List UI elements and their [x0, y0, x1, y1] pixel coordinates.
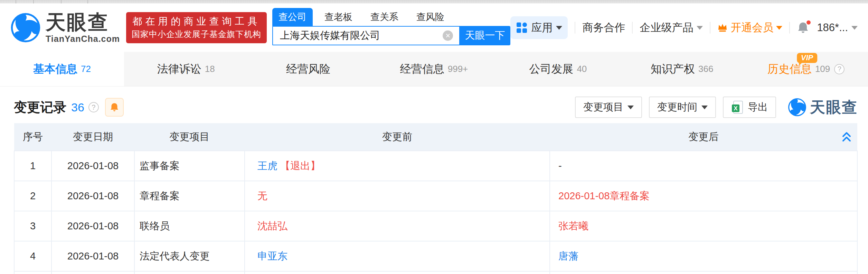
table-row: 42026-01-08法定代表人变更申亚东唐藩: [14, 241, 857, 271]
apps-menu-button[interactable]: 应用: [510, 16, 568, 39]
filter-change-item-button[interactable]: 变更项目: [575, 97, 642, 118]
notification-bell-button[interactable]: [797, 21, 809, 34]
cell-empty: [51, 271, 134, 274]
open-vip-label: 开通会员: [730, 20, 773, 35]
chevron-down-icon: [701, 106, 708, 109]
tianyancha-swirl-icon: [10, 12, 41, 43]
search-block: 查公司 查老板 查关系 查风险 天眼一下: [272, 10, 510, 45]
chevron-down-icon: [556, 26, 562, 30]
tab-history-info[interactable]: VIP 历史信息 109: [744, 52, 868, 86]
chevron-down-icon: [776, 26, 782, 30]
search-tab-risk[interactable]: 查风险: [410, 8, 451, 26]
header-no: 序号: [14, 123, 51, 151]
change-text: 【退出】: [280, 160, 320, 171]
entity-link[interactable]: 王虎: [257, 160, 280, 171]
enterprise-products-link[interactable]: 企业级产品: [640, 20, 703, 35]
cell-no: 4: [14, 241, 51, 271]
promo-banner: 都在用的商业查询工具 国家中小企业发展子基金旗下机构: [126, 12, 267, 43]
search-tab-boss[interactable]: 查老板: [318, 8, 359, 26]
search-tab-relation[interactable]: 查关系: [364, 8, 405, 26]
user-account-menu[interactable]: 186*...: [817, 21, 858, 34]
tianyancha-watermark: 天眼查: [788, 97, 858, 118]
tab-basic-info[interactable]: 基本信息 72: [0, 52, 124, 86]
header-change-item: 变更项目: [134, 123, 245, 151]
filter-change-time-button[interactable]: 变更时间: [649, 97, 716, 118]
search-tabs: 查公司 查老板 查关系 查风险: [272, 10, 510, 26]
crown-icon: [717, 23, 728, 32]
open-vip-link[interactable]: 开通会员: [717, 20, 782, 35]
cell-empty: [134, 271, 245, 274]
help-icon[interactable]: [88, 102, 99, 112]
cell-change-item: 联络员: [134, 211, 245, 241]
tab-intellectual-property[interactable]: 知识产权 366: [620, 52, 744, 86]
table-row: 32026-01-08联络员沈喆弘张若曦: [14, 211, 857, 241]
cell-empty: [550, 271, 857, 274]
cell-empty: [14, 271, 51, 274]
search-tab-company[interactable]: 查公司: [272, 8, 313, 26]
change-text: 张若曦: [558, 220, 588, 231]
subscribe-bell-button[interactable]: [105, 98, 124, 117]
user-phone-label: 186*...: [817, 21, 848, 34]
divider: [575, 22, 575, 34]
tab-legal-litigation[interactable]: 法律诉讼 18: [124, 52, 248, 86]
table-row-partial: [14, 271, 857, 274]
enterprise-products-label: 企业级产品: [640, 20, 693, 35]
entity-link[interactable]: 申亚东: [257, 250, 287, 262]
cell-before-change: 申亚东: [245, 241, 550, 271]
business-cooperation-link[interactable]: 商务合作: [582, 20, 625, 35]
section-actions: 变更项目 变更时间 X 导出 天眼查: [568, 97, 858, 118]
search-submit-button[interactable]: 天眼一下: [459, 26, 510, 45]
browser-chrome-strip: [0, 0, 868, 3]
notification-dot: [806, 20, 811, 25]
tab-company-development[interactable]: 公司发展 40: [496, 52, 620, 86]
cell-no: 2: [14, 181, 51, 211]
cell-change-item: 监事备案: [134, 151, 245, 181]
cell-change-item: 章程备案: [134, 181, 245, 211]
divider: [710, 22, 710, 34]
change-record-table: 序号 变更日期 变更项目 变更前 变更后 12026-01-08监事备案王虎 【…: [14, 123, 858, 274]
cell-empty: [245, 271, 550, 274]
site-header: 天眼查 TianYanCha.com 都在用的商业查询工具 国家中小企业发展子基…: [0, 3, 868, 52]
change-text: 无: [257, 190, 267, 201]
bell-icon: [110, 102, 119, 112]
cell-change-date: 2026-01-08: [51, 241, 134, 271]
search-input[interactable]: [272, 26, 459, 45]
company-page-tabs: 基本信息 72 法律诉讼 18 经营风险 经营信息 999+ 公司发展 40 知…: [0, 52, 868, 86]
change-text: -: [558, 160, 562, 171]
help-icon[interactable]: [834, 64, 845, 74]
apps-label: 应用: [531, 20, 553, 35]
section-title: 变更记录: [14, 99, 66, 116]
tianyancha-logo[interactable]: 天眼查 TianYanCha.com: [10, 12, 120, 44]
change-text: 沈喆弘: [257, 220, 287, 231]
table-header-row: 序号 变更日期 变更项目 变更前 变更后: [14, 123, 857, 151]
table-row: 22026-01-08章程备案无2026-01-08章程备案: [14, 181, 857, 211]
entity-link[interactable]: 唐藩: [558, 250, 578, 262]
cell-after-change: 唐藩: [550, 241, 857, 271]
export-button[interactable]: X 导出: [723, 97, 776, 118]
divider: [632, 22, 633, 34]
cell-before-change: 王虎 【退出】: [245, 151, 550, 181]
brand-name: 天眼查: [46, 12, 120, 33]
promo-line-1: 都在用的商业查询工具: [132, 15, 261, 28]
tab-operating-info[interactable]: 经营信息 999+: [372, 52, 496, 86]
header-menu: 应用 商务合作 企业级产品 开通会员 186*...: [510, 16, 858, 39]
chevron-down-icon: [851, 26, 858, 30]
table-row: 12026-01-08监事备案王虎 【退出】-: [14, 151, 857, 181]
cell-no: 1: [14, 151, 51, 181]
header-after-change: 变更后: [550, 123, 857, 151]
cell-no: 3: [14, 211, 51, 241]
apps-grid-icon: [516, 22, 528, 34]
excel-icon: X: [731, 100, 744, 114]
collapse-chevron-icon[interactable]: [841, 131, 852, 145]
cell-change-date: 2026-01-08: [51, 151, 134, 181]
change-record-section-bar: 变更记录 36 变更项目 变更时间 X 导出: [14, 95, 858, 120]
cell-change-date: 2026-01-08: [51, 181, 134, 211]
divider: [789, 22, 790, 34]
cell-before-change: 沈喆弘: [245, 211, 550, 241]
tab-operating-risk[interactable]: 经营风险: [248, 52, 372, 86]
header-before-change: 变更前: [245, 123, 550, 151]
svg-text:X: X: [734, 105, 738, 112]
tianyancha-swirl-icon: [788, 98, 806, 117]
table-body: 12026-01-08监事备案王虎 【退出】-22026-01-08章程备案无2…: [14, 151, 857, 274]
chevron-down-icon: [628, 106, 634, 109]
